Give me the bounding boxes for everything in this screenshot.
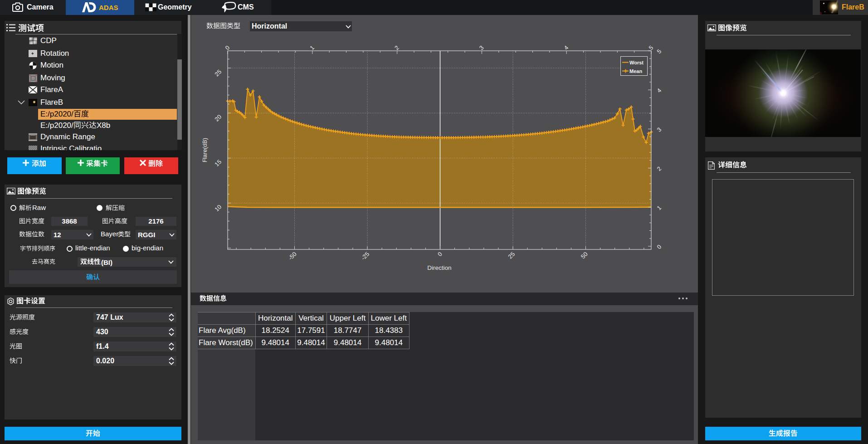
svg-text:15: 15 [213,158,223,168]
svg-text:Mean: Mean [629,68,642,74]
svg-text:0: 0 [224,44,231,52]
svg-text:4: 4 [563,44,570,52]
svg-text:0: 0 [436,251,444,258]
svg-text:Direction: Direction [427,264,451,271]
svg-text:3: 3 [655,126,663,133]
svg-text:1: 1 [655,204,663,211]
svg-text:10: 10 [213,203,223,213]
svg-text:-50: -50 [287,251,298,262]
svg-text:50: 50 [580,251,589,260]
svg-text:Worst: Worst [629,60,644,65]
svg-text:Flare(dB): Flare(dB) [201,138,208,162]
svg-text:-25: -25 [360,251,371,262]
svg-text:2: 2 [393,44,400,52]
svg-text:25: 25 [507,251,516,260]
svg-text:4: 4 [655,87,663,94]
svg-text:0: 0 [655,244,663,251]
svg-text:5: 5 [647,44,654,52]
svg-text:5: 5 [655,48,663,55]
svg-text:20: 20 [213,113,223,123]
svg-text:1: 1 [308,44,316,52]
svg-text:25: 25 [213,68,223,78]
svg-text:3: 3 [478,44,485,52]
svg-text:2: 2 [655,165,663,172]
